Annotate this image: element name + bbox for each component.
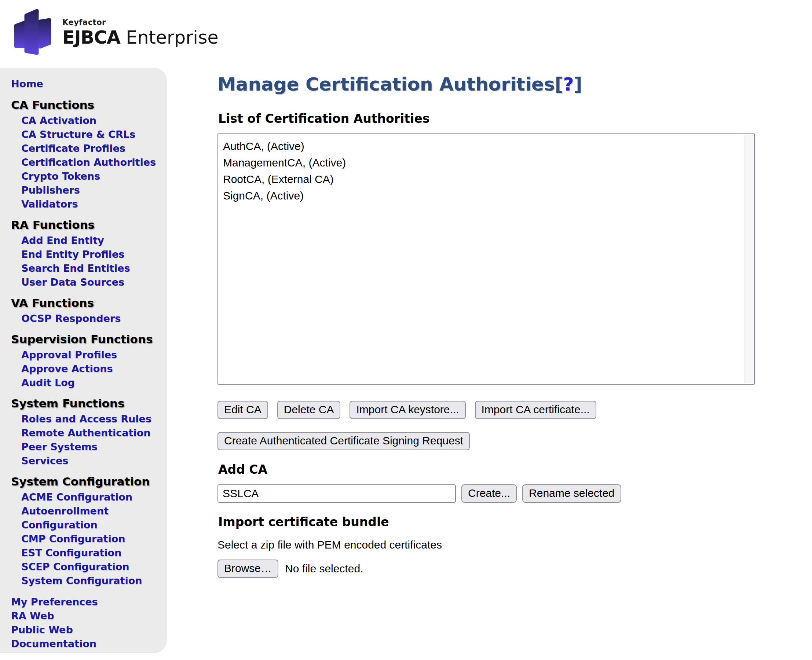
sidebar-item-ca-activation[interactable]: CA Activation (11, 114, 159, 128)
csr-row: Create Authenticated Certificate Signing… (218, 432, 755, 450)
sidebar-item-scep-configuration[interactable]: SCEP Configuration (11, 560, 159, 574)
file-upload-row: Browse… No file selected. (218, 560, 755, 578)
sidebar-item-acme-configuration[interactable]: ACME Configuration (11, 490, 159, 504)
sidebar-item-remote-authentication[interactable]: Remote Authentication (11, 426, 159, 440)
logo-text: Keyfactor EJBCA Enterprise (62, 18, 219, 48)
sidebar-item-cmp-configuration[interactable]: CMP Configuration (11, 532, 159, 546)
sidebar-item-system-configuration[interactable]: System Configuration (11, 574, 159, 588)
import-ca-certificate-button[interactable]: Import CA certificate... (475, 401, 596, 419)
ca-list-option[interactable]: AuthCA, (Active) (223, 138, 742, 154)
sidebar-item-crypto-tokens[interactable]: Crypto Tokens (11, 170, 159, 183)
sidebar-item-autoenrollment-configuration[interactable]: Autoenrollment Configuration (11, 504, 159, 532)
sidebar-item-ca-structure-crls[interactable]: CA Structure & CRLs (11, 128, 159, 141)
sidebar-item-add-end-entity[interactable]: Add End Entity (11, 233, 159, 248)
sidebar-item-public-web[interactable]: Public Web (11, 623, 159, 637)
logo-brand: Keyfactor (62, 18, 219, 27)
sidebar-item-publishers[interactable]: Publishers (11, 183, 159, 197)
ca-list-option[interactable]: RootCA, (External CA) (223, 171, 742, 187)
sidebar-item-ocsp-responders[interactable]: OCSP Responders (11, 312, 159, 325)
sidebar-item-est-configuration[interactable]: EST Configuration (11, 546, 159, 560)
sidebar-item-user-data-sources[interactable]: User Data Sources (11, 275, 159, 289)
import-bundle-heading: Import certificate bundle (218, 515, 755, 530)
sidebar-item-roles-access-rules[interactable]: Roles and Access Rules (11, 412, 159, 426)
add-ca-input[interactable] (218, 484, 456, 503)
list-heading: List of Certification Authorities (218, 111, 755, 126)
sidebar-item-approval-profiles[interactable]: Approval Profiles (11, 348, 159, 362)
sidebar-section-va-functions: VA Functions (11, 294, 159, 312)
sidebar-footer: My Preferences RA Web Public Web Documen… (11, 595, 159, 651)
ca-list-option[interactable]: ManagementCA, (Active) (223, 154, 742, 171)
sidebar-group-va-functions: OCSP Responders (11, 312, 159, 325)
import-ca-keystore-button[interactable]: Import CA keystore... (350, 401, 466, 419)
sidebar-item-search-end-entities[interactable]: Search End Entities (11, 262, 159, 275)
sidebar-item-documentation[interactable]: Documentation (11, 637, 159, 651)
sidebar-item-approve-actions[interactable]: Approve Actions (11, 362, 159, 376)
sidebar-item-certification-authorities[interactable]: Certification Authorities (11, 155, 159, 170)
sidebar-item-ra-web[interactable]: RA Web (11, 609, 159, 623)
sidebar-item-validators[interactable]: Validators (11, 197, 159, 211)
add-ca-heading: Add CA (218, 462, 755, 477)
help-question-mark: ? (563, 74, 574, 95)
sidebar-section-supervision-functions: Supervision Functions (11, 330, 159, 348)
help-bracket-open: [ (555, 74, 563, 95)
help-link[interactable]: [?] (555, 74, 582, 95)
help-bracket-close: ] (574, 74, 582, 95)
page-title-text: Manage Certification Authorities (218, 74, 555, 95)
sidebar-section-system-functions: System Functions (11, 395, 159, 412)
sidebar-section-system-configuration: System Configuration (11, 473, 159, 490)
edit-ca-button[interactable]: Edit CA (218, 401, 268, 419)
keyfactor-bars-icon (11, 7, 57, 59)
sidebar-section-ca-functions: CA Functions (11, 96, 159, 114)
sidebar-item-certificate-profiles[interactable]: Certificate Profiles (11, 141, 159, 155)
app-header: Keyfactor EJBCA Enterprise (11, 4, 219, 62)
sidebar-item-audit-log[interactable]: Audit Log (11, 376, 159, 390)
listbox-scrollbar[interactable] (745, 135, 753, 383)
logo-product-name: EJBCA (62, 27, 120, 48)
ca-listbox[interactable]: AuthCA, (Active) ManagementCA, (Active) … (218, 133, 755, 385)
rename-selected-button[interactable]: Rename selected (522, 484, 621, 503)
logo-product-edition: Enterprise (120, 27, 219, 48)
browse-button[interactable]: Browse… (218, 560, 278, 578)
main-content: Manage Certification Authorities[?] List… (218, 73, 755, 578)
sidebar-item-my-preferences[interactable]: My Preferences (11, 595, 159, 609)
page-title: Manage Certification Authorities[?] (218, 73, 755, 95)
file-status: No file selected. (285, 562, 363, 575)
logo-product: EJBCA Enterprise (62, 27, 219, 48)
sidebar-group-supervision-functions: Approval Profiles Approve Actions Audit … (11, 348, 159, 390)
sidebar-group-system-functions: Roles and Access Rules Remote Authentica… (11, 412, 159, 468)
sidebar-item-end-entity-profiles[interactable]: End Entity Profiles (11, 248, 159, 262)
sidebar-item-home[interactable]: Home (11, 77, 159, 91)
create-ca-button[interactable]: Create... (461, 484, 517, 503)
sidebar-section-ra-functions: RA Functions (11, 216, 159, 233)
sidebar-group-ca-functions: CA Activation CA Structure & CRLs Certif… (11, 114, 159, 211)
create-csr-button[interactable]: Create Authenticated Certificate Signing… (218, 432, 470, 450)
sidebar-group-ra-functions: Add End Entity End Entity Profiles Searc… (11, 233, 159, 289)
delete-ca-button[interactable]: Delete CA (277, 401, 341, 419)
sidebar: Home CA Functions CA Activation CA Struc… (0, 68, 167, 653)
sidebar-group-system-configuration: ACME Configuration Autoenrollment Config… (11, 490, 159, 588)
ca-actions-row: Edit CA Delete CA Import CA keystore... … (218, 401, 755, 419)
ca-list-option[interactable]: SignCA, (Active) (223, 187, 742, 204)
add-ca-row: Create... Rename selected (218, 484, 755, 503)
import-bundle-description: Select a zip file with PEM encoded certi… (218, 538, 755, 552)
page: Keyfactor EJBCA Enterprise Home CA Funct… (0, 0, 812, 660)
sidebar-item-services[interactable]: Services (11, 454, 159, 468)
sidebar-item-peer-systems[interactable]: Peer Systems (11, 440, 159, 454)
